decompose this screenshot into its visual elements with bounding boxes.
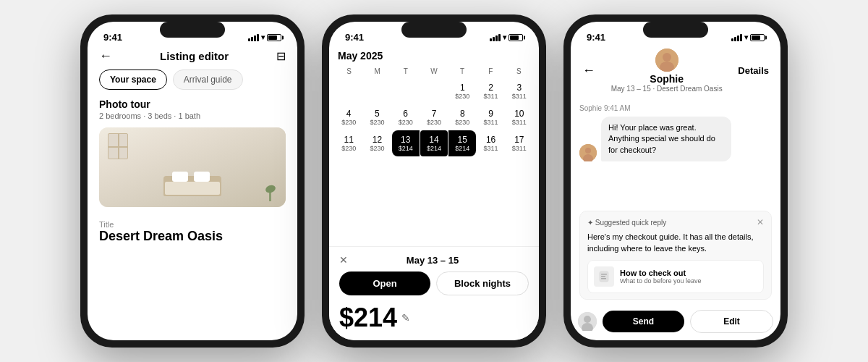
p3-guest-name: Sophie [595,73,738,85]
p2-price-row: $214 ✎ [339,303,529,333]
svg-point-11 [584,316,591,323]
cal-day-6[interactable]: 6$230 [392,104,420,130]
p3-qr-label: ✦ Suggested quick reply [587,219,666,227]
p3-qr-card-title: How to check out [620,269,702,277]
p2-calendar: May 2025 S M T W T F S 1$230 2$311 3$311 [329,46,539,246]
back-button-3[interactable]: ← [582,63,595,78]
cal-day-15[interactable]: 15$214 [448,130,476,156]
status-icons-2: ▾ [490,33,523,41]
cal-day-4[interactable]: 4$230 [335,104,362,130]
cal-day-1[interactable]: 1$230 [448,78,476,104]
p3-msg-bubble: Hi! Your place was great. Anything speci… [601,117,731,161]
signal-icon-3 [731,34,742,41]
p1-section-sub: 2 bedrooms · 3 beds · 1 bath [99,111,286,120]
p3-guest-avatar [655,49,678,72]
p2-selected-date: May 13 – 15 [407,255,459,266]
cal-day-17[interactable]: 17$311 [506,130,533,156]
p2-open-button[interactable]: Open [339,272,430,295]
p1-bedroom-photo[interactable] [99,127,286,207]
tab-arrival-guide[interactable]: Arrival guide [173,70,243,90]
p3-qr-reply-text: Here's my checkout guide. It has all the… [587,232,764,254]
p1-listing-name: Desert Dream Oasis [99,229,286,244]
cal-day-16[interactable]: 16$311 [477,130,504,156]
svg-rect-8 [601,276,605,277]
p2-edit-price-icon[interactable]: ✎ [401,312,410,324]
status-time-1: 9:41 [103,32,122,43]
p3-edit-button[interactable]: Edit [690,310,773,333]
p2-price: $214 [339,303,397,333]
phone-2-screen: 9:41 ▾ May 2025 S M T W [329,22,539,340]
phone-notch-1 [160,22,225,38]
p2-block-button[interactable]: Block nights [436,272,529,295]
phone-3-screen: 9:41 ▾ ← [571,22,780,340]
cal-day-2[interactable]: 2$311 [477,78,504,104]
p3-qr-dismiss[interactable]: ✕ [757,217,764,227]
p2-action-buttons: Open Block nights [339,272,529,295]
cal-day-11[interactable]: 11$230 [335,130,362,156]
p3-msg-bubble-wrap: Hi! Your place was great. Anything speci… [579,117,772,161]
cal-day-3[interactable]: 3$311 [506,78,533,104]
p3-send-bar: Send Edit [571,306,780,340]
status-time-2: 9:41 [345,32,364,43]
p2-panel-header: ✕ May 13 – 15 [339,254,529,266]
p1-section-title: Photo tour [99,98,286,110]
phone-1-screen: 9:41 ▾ ← Listing editor ⊟ [88,22,297,340]
tab-your-space[interactable]: Your space [99,70,167,90]
cal-day-8[interactable]: 8$230 [448,104,476,130]
cal-day-5[interactable]: 5$230 [363,104,391,130]
plant-decor [264,180,277,201]
signal-icon-2 [490,34,501,41]
cal-week-3: 11$230 12$230 13$214 14$214 15$214 16$31… [335,130,533,156]
p3-qr-card-icon [594,266,614,287]
p2-bottom-panel: ✕ May 13 – 15 Open Block nights $214 ✎ [329,246,539,340]
p3-nav: ← Sophie May 13 – 15 · Desert Dream Oasi… [571,46,780,98]
status-time-3: 9:41 [587,32,605,43]
cal-days-of-week: S M T W T F S [335,64,533,78]
p2-close-button[interactable]: ✕ [339,254,348,266]
window-decor [108,133,128,159]
cal-day-10[interactable]: 10$311 [506,104,533,130]
p3-host-avatar [578,312,597,331]
svg-rect-9 [601,278,606,279]
p3-qr-card-sub: What to do before you leave [620,277,702,285]
wifi-icon-2: ▾ [503,33,506,41]
phone-2: 9:41 ▾ May 2025 S M T W [322,14,546,348]
cal-month: May 2025 [335,46,533,64]
p1-listing-info: Title Desert Dream Oasis [88,213,297,244]
p3-messages: Sophie 9:41 AM Hi! Your place was great.… [571,98,780,211]
p3-send-button[interactable]: Send [603,311,684,332]
phone-3: 9:41 ▾ ← [563,14,788,348]
signal-icon-1 [248,34,259,41]
cal-day-7[interactable]: 7$230 [420,104,448,130]
p3-qr-header: ✦ Suggested quick reply ✕ [587,217,764,227]
filter-icon-1[interactable]: ⊟ [276,49,286,63]
p1-title: Listing editor [160,50,229,62]
battery-icon-1 [267,34,281,41]
p3-msg-timestamp: Sophie 9:41 AM [579,104,772,112]
cal-week-1: 1$230 2$311 3$311 [335,78,533,104]
phone-notch-2 [401,22,467,38]
p3-msg-avatar [579,144,597,161]
p3-qr-card[interactable]: How to check out What to do before you l… [587,260,764,293]
p3-details-button[interactable]: Details [738,65,769,76]
svg-point-4 [585,148,591,153]
cal-day-14[interactable]: 14$214 [420,130,448,156]
bed-illustration [163,167,221,196]
svg-point-1 [663,53,671,62]
status-icons-3: ▾ [731,33,765,41]
svg-rect-7 [601,274,607,275]
cal-day-12[interactable]: 12$230 [363,130,391,156]
p1-photo-section: Photo tour 2 bedrooms · 3 beds · 1 bath [88,98,297,213]
battery-icon-2 [509,34,523,41]
cal-week-2: 4$230 5$230 6$230 7$230 8$230 9$311 10$3… [335,104,533,130]
back-button-1[interactable]: ← [99,49,112,64]
status-icons-1: ▾ [248,33,281,41]
battery-icon-3 [750,34,765,41]
cal-day-9[interactable]: 9$311 [477,104,504,130]
wifi-icon-1: ▾ [261,33,265,41]
p3-nav-center: Sophie May 13 – 15 · Desert Dream Oasis [595,49,738,93]
cal-day-13[interactable]: 13$214 [392,130,420,156]
p3-trip-info: May 13 – 15 · Desert Dream Oasis [595,85,738,93]
phone-1: 9:41 ▾ ← Listing editor ⊟ [80,14,305,348]
p1-tab-bar: Your space Arrival guide [88,70,297,98]
